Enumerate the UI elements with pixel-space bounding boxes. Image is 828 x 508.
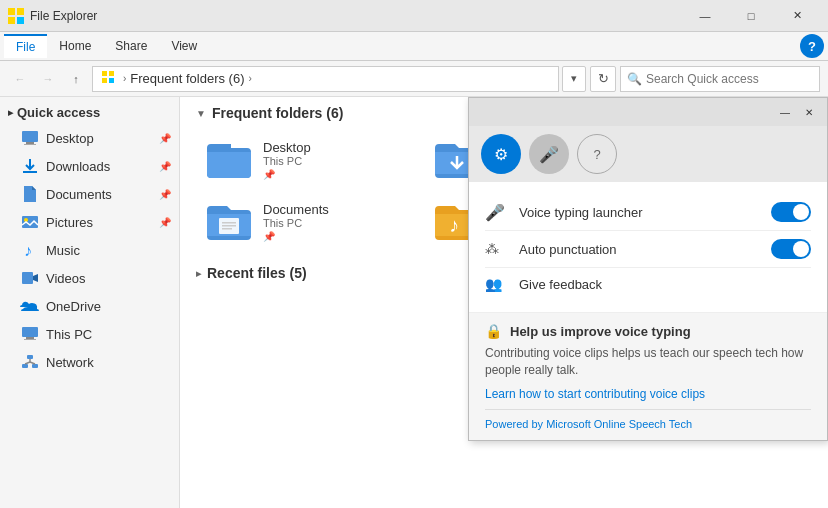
folder-desktop[interactable]: Desktop This PC 📌: [196, 133, 416, 187]
maximize-button[interactable]: □: [728, 0, 774, 32]
svg-rect-17: [22, 327, 38, 337]
settings-icon: ⚙: [494, 145, 508, 164]
sidebar-item-network[interactable]: Network: [0, 348, 179, 376]
voice-panel-close[interactable]: ✕: [799, 102, 819, 122]
svg-rect-0: [8, 8, 15, 15]
title-bar-title: File Explorer: [30, 9, 682, 23]
auto-punct-icon: ⁂: [485, 241, 509, 257]
sidebar-item-videos[interactable]: Videos: [0, 264, 179, 292]
network-icon: [20, 352, 40, 372]
thispc-label: This PC: [46, 327, 171, 342]
svg-rect-20: [27, 355, 33, 359]
svg-rect-15: [22, 272, 33, 284]
forward-button[interactable]: →: [36, 67, 60, 91]
tab-share[interactable]: Share: [103, 35, 159, 57]
auto-punctuation-row: ⁂ Auto punctuation: [485, 231, 811, 268]
path-separator-2: ›: [249, 73, 252, 84]
minimize-button[interactable]: —: [682, 0, 728, 32]
svg-rect-3: [17, 17, 24, 24]
address-bar: ← → ↑ › Frequent folders (6) › ▾ ↻ 🔍: [0, 61, 828, 97]
voice-help-button[interactable]: ?: [577, 134, 617, 174]
svg-rect-21: [22, 364, 28, 368]
address-path[interactable]: › Frequent folders (6) ›: [92, 66, 559, 92]
sidebar-quick-access-header[interactable]: ▸ Quick access: [0, 101, 179, 124]
svg-rect-33: [222, 228, 232, 230]
frequent-folders-title: Frequent folders (6): [212, 105, 343, 121]
give-feedback-row[interactable]: 👥 Give feedback: [485, 268, 811, 300]
sidebar-item-downloads[interactable]: Downloads 📌: [0, 152, 179, 180]
powered-by[interactable]: Powered by Microsoft Online Speech Tech: [485, 409, 811, 430]
up-button[interactable]: ↑: [64, 67, 88, 91]
svg-line-25: [30, 362, 35, 364]
search-input[interactable]: [646, 72, 813, 86]
voice-toolbar: ⚙ 🎤 ?: [469, 126, 827, 182]
svg-rect-9: [26, 142, 34, 144]
videos-label: Videos: [46, 271, 171, 286]
pictures-pin: 📌: [159, 217, 171, 228]
title-bar: File Explorer — □ ✕: [0, 0, 828, 32]
sidebar-item-thispc[interactable]: This PC: [0, 320, 179, 348]
help-link[interactable]: Learn how to start contributing voice cl…: [485, 387, 811, 401]
title-bar-controls: — □ ✕: [682, 0, 820, 32]
documents-pin: 📌: [159, 189, 171, 200]
sidebar-item-onedrive[interactable]: OneDrive: [0, 292, 179, 320]
svg-rect-26: [207, 152, 251, 174]
sidebar-item-desktop[interactable]: Desktop 📌: [0, 124, 179, 152]
refresh-button[interactable]: ↻: [590, 66, 616, 92]
tab-home[interactable]: Home: [47, 35, 103, 57]
voice-panel-titlebar: — ✕: [469, 98, 827, 126]
svg-rect-6: [102, 78, 107, 83]
help-body-text: Contributing voice clips helps us teach …: [485, 345, 811, 379]
svg-rect-8: [22, 131, 38, 142]
auto-punct-label: Auto punctuation: [519, 242, 771, 257]
path-dropdown-button[interactable]: ▾: [562, 66, 586, 92]
svg-marker-16: [33, 274, 38, 282]
content-area: ▼ Frequent folders (6) Desktop This PC: [180, 97, 828, 508]
svg-rect-10: [24, 144, 36, 145]
music-label: Music: [46, 243, 171, 258]
path-quick-access[interactable]: Frequent folders (6): [130, 71, 244, 86]
tab-file[interactable]: File: [4, 34, 47, 58]
voice-panel-minimize[interactable]: —: [775, 102, 795, 122]
sidebar-item-music[interactable]: ♪ Music: [0, 236, 179, 264]
help-button[interactable]: ?: [800, 34, 824, 58]
search-box[interactable]: 🔍: [620, 66, 820, 92]
voice-settings-button[interactable]: ⚙: [481, 134, 521, 174]
downloads-pin: 📌: [159, 161, 171, 172]
onedrive-icon: [20, 296, 40, 316]
documents-label: Documents: [46, 187, 159, 202]
help-title: 🔒 Help us improve voice typing: [485, 323, 811, 339]
thispc-icon: [20, 324, 40, 344]
folder-desktop-info: Desktop This PC 📌: [263, 140, 311, 180]
folder-documents-name: Documents: [263, 202, 329, 217]
main-layout: ▸ Quick access Desktop 📌: [0, 97, 828, 508]
section-arrow: ▼: [196, 108, 206, 119]
svg-rect-5: [109, 71, 114, 76]
back-button[interactable]: ←: [8, 67, 32, 91]
svg-rect-7: [109, 78, 114, 83]
folder-documents[interactable]: Documents This PC 📌: [196, 195, 416, 249]
voice-mic-button[interactable]: 🎤: [529, 134, 569, 174]
folder-documents-pin: 📌: [263, 231, 329, 242]
close-button[interactable]: ✕: [774, 0, 820, 32]
folder-documents-info: Documents This PC 📌: [263, 202, 329, 242]
lock-icon: 🔒: [485, 323, 502, 339]
music-icon: ♪: [20, 240, 40, 260]
sidebar-item-documents[interactable]: Documents 📌: [0, 180, 179, 208]
onedrive-label: OneDrive: [46, 299, 171, 314]
voice-panel-content: 🎤 Voice typing launcher ⁂ Auto punctuati…: [469, 182, 827, 312]
sidebar-item-pictures[interactable]: Pictures 📌: [0, 208, 179, 236]
voice-typing-toggle[interactable]: [771, 202, 811, 222]
recent-files-title: Recent files (5): [207, 265, 307, 281]
voice-typing-panel: — ✕ ⚙ 🎤 ? 🎤 Voice typing launcher: [468, 97, 828, 441]
voice-typing-icon: 🎤: [485, 203, 509, 222]
desktop-label: Desktop: [46, 131, 159, 146]
help-title-text: Help us improve voice typing: [510, 324, 691, 339]
auto-punct-toggle[interactable]: [771, 239, 811, 259]
voice-typing-launcher-row: 🎤 Voice typing launcher: [485, 194, 811, 231]
videos-icon: [20, 268, 40, 288]
downloads-label: Downloads: [46, 159, 159, 174]
folder-documents-subtitle: This PC: [263, 217, 329, 229]
tab-view[interactable]: View: [159, 35, 209, 57]
address-root-icon: [101, 70, 115, 87]
